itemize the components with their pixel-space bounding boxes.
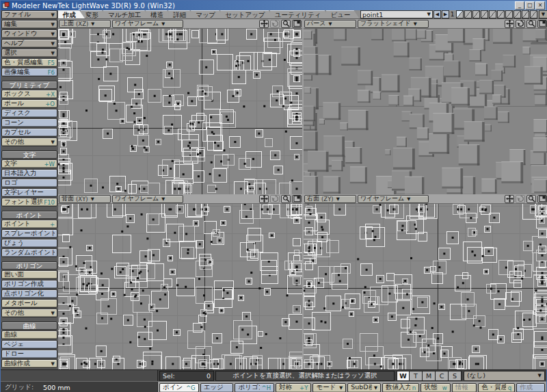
tab-マップ[interactable]: マップ [191,10,224,18]
maximize-viewport-button[interactable] [292,20,302,28]
sidebar-tool-button[interactable]: ボックス+X [1,90,57,99]
sidebar-section-title: プリミティブ [1,81,57,89]
sidebar-tool-button[interactable]: 囲い面 [1,270,57,279]
layer-button-6[interactable] [497,10,505,18]
view-selector[interactable]: 上面(XZ)▼ [59,20,111,28]
layer-button-5[interactable] [489,10,496,18]
render-mode-selector[interactable]: ワイヤフレーム▼ [112,20,183,28]
viewport-canvas-パース[interactable] [304,29,547,194]
vis-button-T[interactable]: T [410,371,423,381]
rotate-button[interactable] [516,20,525,28]
rotate-button[interactable] [270,195,280,203]
bottom-button-エッジ[interactable]: エッジ [200,383,234,392]
sidebar-menu-4[interactable]: ヘルプ▼ [1,39,57,48]
grid-size-indicator: グリッド: 500 mm [1,382,158,392]
sidebar-menu-3[interactable]: ウィンドウ▼ [1,29,57,38]
sidebar-menu-5[interactable]: 選択▼ [1,49,57,57]
sidebar-tool-button[interactable]: びょう [1,239,57,248]
layer-button-4[interactable] [481,10,488,18]
zoom-button[interactable] [526,195,536,203]
view-selector[interactable]: 右面(ZY)▼ [304,195,356,203]
bottom-button-SubD種[interactable]: SubD種▼ [347,383,381,392]
sidebar-tool-button[interactable]: コーン [1,118,57,127]
view-selector[interactable]: 背面(XY)▼ [59,195,111,203]
view-selector[interactable]: パース▼ [304,20,356,28]
sidebar-tool-button[interactable]: ポイント+ [1,220,57,228]
vis-button-C[interactable]: C [436,371,449,381]
sidebar-tool-button[interactable]: 文字+W [1,159,57,168]
viewport-canvas-背面[interactable] [58,204,302,369]
sidebar-tool-button[interactable]: メタボール [1,299,57,308]
sidebar-tool-button[interactable]: 点ポリゴン化 [1,289,57,298]
vis-button-M[interactable]: M [423,371,436,381]
maximize-viewport-button[interactable] [537,195,547,203]
bottom-button-対称[interactable]: 対称+Y [276,383,311,392]
bottom-button-色・質感[interactable]: 色・質感q [478,383,515,392]
layer-button-10[interactable] [530,10,537,18]
sidebar-tool-button[interactable]: ディスク [1,109,57,118]
sidebar-tool-button[interactable]: ベジェ [1,340,57,349]
sidebar-tool-button[interactable]: 曲線作成▼ [1,359,57,368]
layer-button-8[interactable] [513,10,521,18]
maximize-button[interactable]: □ [525,1,535,10]
layer-button-9[interactable] [522,10,529,18]
vis-button-S[interactable]: S [449,371,462,381]
bottom-button-作成: 作成 [516,383,545,392]
sidebar-tool-button[interactable]: フォント選択F10 [1,198,57,207]
sidebar-command-2[interactable]: 画像編集F6 [1,68,57,77]
object-selector[interactable]: point1▼ [360,10,433,18]
layer-button-1[interactable] [456,10,464,18]
bottom-button-状態[interactable]: 状態w [421,383,451,392]
render-mode-selector[interactable]: フラットシェイド▼ [358,20,429,28]
close-button[interactable]: × [535,1,545,10]
bottom-button-モード[interactable]: モード▼ [312,383,346,392]
zoom-button[interactable] [281,195,291,203]
minimize-button[interactable]: _ [515,1,524,10]
vis-button-W[interactable]: W [397,371,410,381]
render-mode-selector[interactable]: ワイヤフレーム▼ [112,195,183,203]
layer-button-2[interactable] [464,10,472,18]
sidebar-tool-button[interactable]: 日本語入力 [1,169,57,178]
sidebar-tool-button[interactable]: カプセル [1,128,57,137]
sidebar-tool-button[interactable]: ロゴ [1,179,57,187]
maximize-viewport-button[interactable] [537,20,547,28]
pan-button[interactable] [259,195,269,203]
sidebar-tool-button[interactable]: 文字レイヤー [1,188,57,197]
sidebar-tool-button[interactable]: ボール+O [1,99,57,108]
tab-マルチ加工[interactable]: マルチ加工 [103,10,150,18]
sidebar-menu-1[interactable]: ファイル▼ [1,10,57,19]
sidebar-menu-2[interactable]: 編集▼ [1,20,57,29]
sidebar-command-1[interactable]: 色・質感編集F5 [1,58,57,67]
layer-button-3[interactable] [472,10,480,18]
sidebar-tool-button[interactable]: ドロー [1,350,57,358]
maximize-viewport-button[interactable] [292,195,302,203]
sidebar-tool-button[interactable]: ランダムポイント [1,248,57,257]
tab-セットアップ[interactable]: セットアップ [220,10,274,18]
pan-button[interactable] [505,20,514,28]
viewport-canvas-右面[interactable] [304,204,547,369]
layer-dropdown-button[interactable]: ▼ [539,10,547,18]
tab-ビュー[interactable]: ビュー [326,10,360,18]
sidebar-tool-button[interactable]: 曲線 [1,330,57,339]
layer-bank-next-button[interactable]: ▶ [442,10,449,18]
sidebar-tool-button[interactable]: スプレーポイント [1,229,57,238]
sidebar-tool-button[interactable]: その他▼ [1,138,57,146]
sidebar-tool-button[interactable]: その他▼ [1,309,57,317]
pan-button[interactable] [505,195,514,203]
zoom-button[interactable] [526,20,536,28]
bottom-button-数値入力[interactable]: 数値入力n [382,383,419,392]
layer-button-7[interactable] [505,10,513,18]
bottom-button-ポリゴン[interactable]: ポリゴン^H [235,383,274,392]
sidebar-tool-button[interactable]: ポリゴン作成 [1,280,57,289]
rotate-button[interactable] [516,195,525,203]
layer-bank-prev-button[interactable]: ◀ [433,10,441,18]
bottom-button-ポイント[interactable]: ポイント^G [159,383,199,392]
zoom-button[interactable] [281,20,291,28]
pan-button[interactable] [259,20,269,28]
rotate-button[interactable] [270,20,280,28]
tab-ユーティリティ[interactable]: ユーティリティ [270,10,330,18]
viewport-canvas-上面[interactable] [58,29,302,194]
shortcut-label: w [442,384,447,391]
surface-selector[interactable]: (なし) ▼ [464,371,545,381]
render-mode-selector[interactable]: ワイヤフレーム▼ [358,195,429,203]
